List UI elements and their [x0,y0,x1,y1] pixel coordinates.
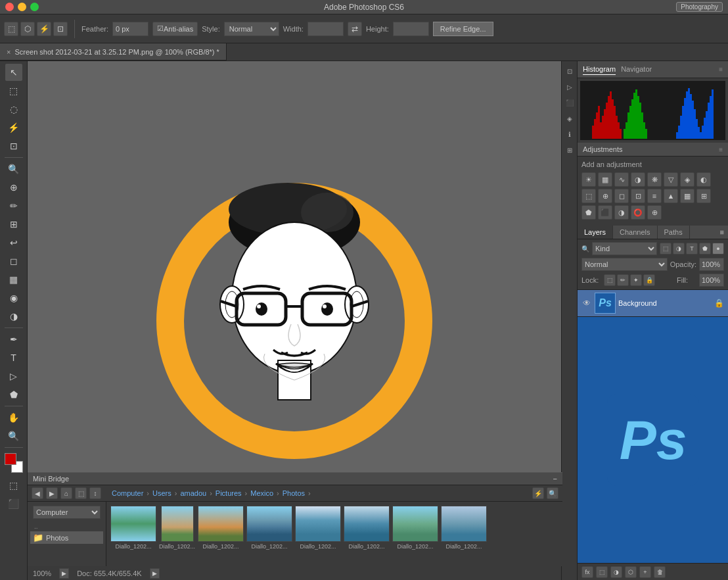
blur-tool[interactable]: ◉ [5,289,22,306]
histogram-header[interactable]: Histogram Navigator ≡ [578,61,728,78]
move-tool[interactable]: ↖ [5,64,22,81]
minimize-button[interactable] [18,3,26,11]
filter-type-btn[interactable]: T [686,243,698,254]
quick-mask-tool[interactable]: ⬚ [5,477,22,494]
gradient-tool[interactable]: ▦ [5,271,22,288]
refine-edge-button[interactable]: Refine Edge... [433,22,493,36]
channel-mixer-icon[interactable]: ⊕ [598,189,612,203]
shape-tool[interactable]: ⬟ [5,386,22,403]
dodge-tool[interactable]: ◑ [5,308,22,325]
bridge-file-6[interactable]: Diallo_1202... [344,506,390,550]
quick-select-tool[interactable]: ⚡ [5,119,22,136]
pattern-icon[interactable]: ⬟ [581,205,596,220]
anti-alias-checkbox[interactable]: ☑ Anti-alias [152,22,198,36]
layer-fx-btn[interactable]: fx [581,566,593,578]
pen-tool[interactable]: ✒ [5,331,22,348]
layers-menu-icon[interactable]: ≡ [716,226,728,239]
adjustments-header[interactable]: Adjustments ≡ [578,143,728,157]
gradient-fill-icon[interactable]: ◑ [614,205,629,220]
invert-icon[interactable]: ⊡ [631,189,645,203]
doc-info-button[interactable]: ▶ [150,568,160,579]
bw-icon[interactable]: ◐ [696,172,711,187]
path-select-tool[interactable]: ▷ [5,368,22,385]
visibility-icon[interactable]: 👁 [581,298,592,308]
brightness2-icon[interactable]: ⭕ [631,205,645,220]
eyedropper-tool[interactable]: 🔍 [5,160,22,178]
bridge-file-2[interactable]: Diallo_1202... [159,506,195,550]
opacity-input[interactable] [699,258,724,271]
maximize-button[interactable] [30,3,39,11]
lock-paint-btn[interactable]: ✏ [617,274,629,286]
bridge-folder-photos[interactable]: 📁 Photos [30,531,103,544]
bridge-file-7[interactable]: Diallo_1202... [392,506,438,550]
bridge-view-btn[interactable]: ⬚ [75,487,87,499]
clone-tool[interactable]: ⊞ [5,216,22,233]
breadcrumb-photos[interactable]: Photos [283,489,305,497]
bridge-file-3[interactable]: Diallo_1202... [198,506,244,550]
styles-icon[interactable]: ◈ [564,112,576,124]
crop-icon[interactable]: ⊡ [53,22,68,36]
marquee-icon[interactable]: ⬚ [4,22,18,36]
marquee-tool[interactable]: ⬚ [5,82,22,99]
location-select[interactable]: Computer [33,506,101,519]
tab-channels[interactable]: Channels [613,226,657,239]
background-layer[interactable]: 👁 Ps Background 🔒 [578,290,728,317]
close-button[interactable] [5,3,14,11]
brush-tool[interactable]: ✏ [5,197,22,214]
more-icon[interactable]: ⊕ [647,205,662,220]
vibrance-icon[interactable]: ❋ [647,172,662,187]
text-tool[interactable]: T [5,349,22,366]
tab-navigator[interactable]: Navigator [621,64,652,75]
filter-adjust-btn[interactable]: ◑ [673,243,685,254]
zoom-options-button[interactable]: ▶ [59,568,69,579]
lock-position-btn[interactable]: ✦ [630,274,642,286]
bridge-file-5[interactable]: Diallo_1202... [295,506,341,550]
breadcrumb-pictures[interactable]: Pictures [216,489,242,497]
tab-histogram[interactable]: Histogram [583,64,616,75]
foreground-color[interactable] [5,453,16,465]
bridge-search-btn[interactable]: 🔍 [547,487,558,499]
curves-icon[interactable]: ∿ [614,172,629,187]
bridge-back-btn[interactable]: ◀ [32,487,43,499]
filter-pixel-btn[interactable]: ⬚ [660,243,671,254]
screen-mode-tool[interactable]: ⬛ [5,495,22,512]
breadcrumb-mexico[interactable]: Mexico [250,489,273,497]
layer-adjust-btn[interactable]: ◑ [610,566,622,578]
hsl-icon[interactable]: ▽ [664,172,678,187]
healing-tool[interactable]: ⊕ [5,179,22,196]
feather-input[interactable] [112,22,148,36]
filter-shape-btn[interactable]: ⬟ [699,243,711,254]
info-icon[interactable]: ℹ [564,128,576,140]
crop-tool[interactable]: ⊡ [5,137,22,155]
magic-wand-icon[interactable]: ⚡ [37,22,51,36]
color-selector[interactable] [2,453,26,473]
bridge-file-1[interactable]: Diallo_1202... [110,506,156,550]
doc-close-icon[interactable]: × [7,48,11,56]
actions-icon[interactable]: ▷ [564,81,576,93]
breadcrumb-amadou[interactable]: amadou [180,489,206,497]
filter-toggle[interactable]: ● [712,243,724,254]
solid-color-icon[interactable]: ⬛ [598,205,612,220]
gradient-map-icon[interactable]: ▦ [680,189,694,203]
histogram-collapse[interactable]: ≡ [719,66,723,73]
layer-mask-btn[interactable]: ⬚ [596,566,608,578]
tab-paths[interactable]: Paths [658,226,690,239]
fill-input[interactable] [699,274,724,287]
selective-color-icon[interactable]: ⊞ [696,189,711,203]
blend-mode-select[interactable]: Normal [581,258,668,271]
color-lookup-icon[interactable]: ◻ [614,189,629,203]
bridge-filter-btn[interactable]: ⚡ [532,487,544,499]
zoom-tool[interactable]: 🔍 [5,427,22,445]
layer-new-btn[interactable]: + [639,566,651,578]
breadcrumb-computer[interactable]: Computer [112,489,143,497]
photo-filter-icon[interactable]: ⬚ [581,189,596,203]
bridge-forward-btn[interactable]: ▶ [46,487,58,499]
brightness-icon[interactable]: ☀ [581,172,596,187]
adjustments-collapse[interactable]: ≡ [719,146,723,153]
layer-group-btn[interactable]: ⬡ [625,566,637,578]
threshold-icon[interactable]: ▲ [664,189,678,203]
style-select[interactable]: Normal Fixed Ratio Fixed Size [224,22,279,36]
eraser-tool[interactable]: ◻ [5,253,22,270]
kind-select[interactable]: Kind [592,242,657,255]
tab-layers[interactable]: Layers [578,226,613,239]
